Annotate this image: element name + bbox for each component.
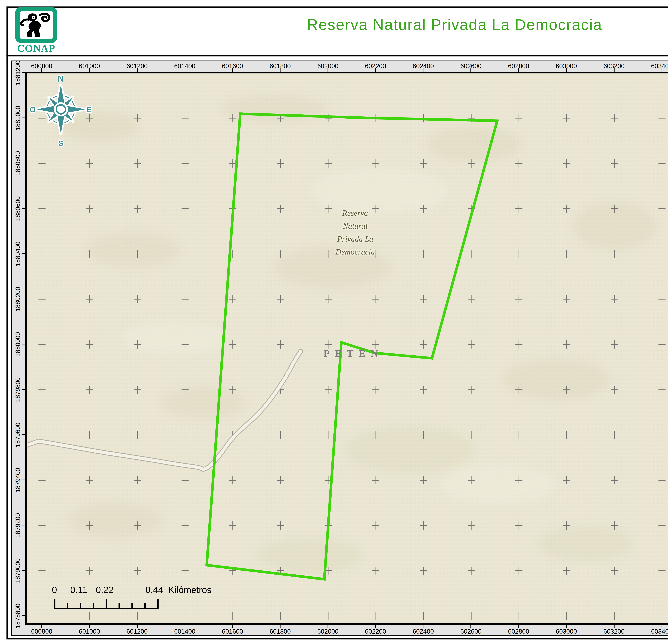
axis-label-left: 1879400 bbox=[14, 468, 21, 492]
axis-label-left: 1880800 bbox=[14, 151, 21, 175]
axis-tick-top bbox=[328, 68, 328, 71]
axis-label-bottom: 601600 bbox=[222, 628, 243, 635]
axis-label-bottom: 603400 bbox=[651, 628, 668, 635]
axis-tick-bottom bbox=[566, 625, 566, 628]
axis-tick-left bbox=[21, 163, 25, 163]
axis-tick-top bbox=[566, 68, 566, 71]
department-label: PETÉN bbox=[294, 348, 412, 360]
compass-o: O bbox=[29, 105, 35, 114]
map-sheet: CONAP Reserva Natural Privada La Democra… bbox=[0, 0, 668, 644]
axis-tick-top bbox=[471, 68, 471, 71]
axis-tick-left bbox=[21, 344, 25, 345]
axis-tick-left bbox=[21, 72, 25, 73]
scale-value-0: 0 bbox=[52, 585, 57, 595]
scale-value-011: 0.11 bbox=[70, 585, 87, 595]
axis-label-bottom: 602800 bbox=[508, 628, 529, 635]
axis-tick-left bbox=[21, 525, 25, 525]
axis-label-left: 1879800 bbox=[14, 377, 21, 402]
axis-label-bottom: 601200 bbox=[126, 628, 148, 635]
axis-tick-left bbox=[21, 208, 25, 209]
axis-tick-top bbox=[184, 68, 185, 71]
axis-label-bottom: 602000 bbox=[317, 628, 338, 635]
axis-tick-top bbox=[423, 68, 424, 71]
axis-tick-bottom bbox=[518, 625, 519, 628]
axis-label-left: 1880400 bbox=[14, 241, 21, 266]
axis-tick-bottom bbox=[232, 625, 233, 628]
axis-tick-top bbox=[613, 68, 614, 71]
axis-tick-top bbox=[41, 68, 42, 71]
axis-label-bottom: 601800 bbox=[270, 628, 291, 635]
axis-tick-bottom bbox=[184, 625, 185, 628]
conap-logo-text: CONAP bbox=[13, 42, 59, 54]
axis-tick-top bbox=[518, 68, 519, 71]
axis-tick-bottom bbox=[89, 625, 90, 628]
axis-label-left: 1879200 bbox=[14, 513, 21, 538]
axis-tick-top bbox=[280, 68, 280, 71]
conap-logo bbox=[15, 7, 57, 43]
axis-tick-bottom bbox=[661, 625, 662, 628]
axis-tick-bottom bbox=[423, 625, 424, 628]
scale-unit: Kilómetros bbox=[168, 585, 212, 595]
axis-label-left: 1880200 bbox=[14, 286, 21, 311]
axis-label-bottom: 602200 bbox=[365, 628, 386, 635]
protected-area-label: Reserva Natural Privada La Democracia bbox=[296, 207, 414, 258]
axis-label-left: 1878800 bbox=[14, 603, 21, 628]
axis-tick-bottom bbox=[375, 625, 376, 628]
axis-tick-bottom bbox=[613, 625, 614, 628]
compass-s: S bbox=[58, 139, 63, 147]
axis-label-bottom: 600800 bbox=[31, 628, 52, 635]
axis-label-left: 1879000 bbox=[14, 558, 21, 583]
axis-tick-left bbox=[21, 615, 25, 616]
page-title: Reserva Natural Privada La Democracia bbox=[71, 16, 668, 34]
axis-tick-top bbox=[375, 68, 376, 71]
axis-label-left: 1880000 bbox=[14, 332, 21, 357]
axis-tick-bottom bbox=[328, 625, 328, 628]
axis-tick-top bbox=[137, 68, 137, 71]
axis-tick-left bbox=[21, 253, 25, 254]
compass-n: N bbox=[58, 74, 64, 83]
axis-label-bottom: 601000 bbox=[79, 628, 100, 635]
axis-tick-left bbox=[21, 117, 25, 118]
axis-label-bottom: 602400 bbox=[413, 628, 434, 635]
axis-tick-bottom bbox=[471, 625, 471, 628]
axis-tick-top bbox=[89, 68, 90, 71]
axis-tick-bottom bbox=[280, 625, 280, 628]
axis-tick-left bbox=[21, 434, 25, 435]
axis-tick-left bbox=[21, 389, 25, 390]
scale-value-022: 0.22 bbox=[96, 585, 113, 595]
axis-tick-left bbox=[21, 299, 25, 299]
axis-label-top: 603400 bbox=[651, 62, 668, 69]
axis-label-left: 1880600 bbox=[14, 196, 21, 221]
axis-label-left: 1881200 bbox=[14, 60, 21, 85]
axis-label-left: 1879600 bbox=[14, 422, 21, 447]
axis-tick-left bbox=[21, 480, 25, 480]
axis-tick-top bbox=[232, 68, 233, 71]
axis-tick-bottom bbox=[41, 625, 42, 628]
scale-value-044: 0.44 bbox=[146, 585, 163, 595]
axis-tick-left bbox=[21, 570, 25, 571]
compass-e: E bbox=[86, 105, 92, 114]
conap-logo-monkey-icon bbox=[20, 11, 52, 39]
axis-tick-top bbox=[661, 68, 662, 71]
axis-label-bottom: 603000 bbox=[556, 628, 577, 635]
axis-label-bottom: 603200 bbox=[603, 628, 625, 635]
axis-label-left: 1881000 bbox=[14, 106, 21, 130]
axis-tick-bottom bbox=[137, 625, 137, 628]
axis-label-bottom: 601400 bbox=[174, 628, 195, 635]
axis-label-bottom: 602600 bbox=[460, 628, 482, 635]
header-rule bbox=[6, 54, 668, 56]
